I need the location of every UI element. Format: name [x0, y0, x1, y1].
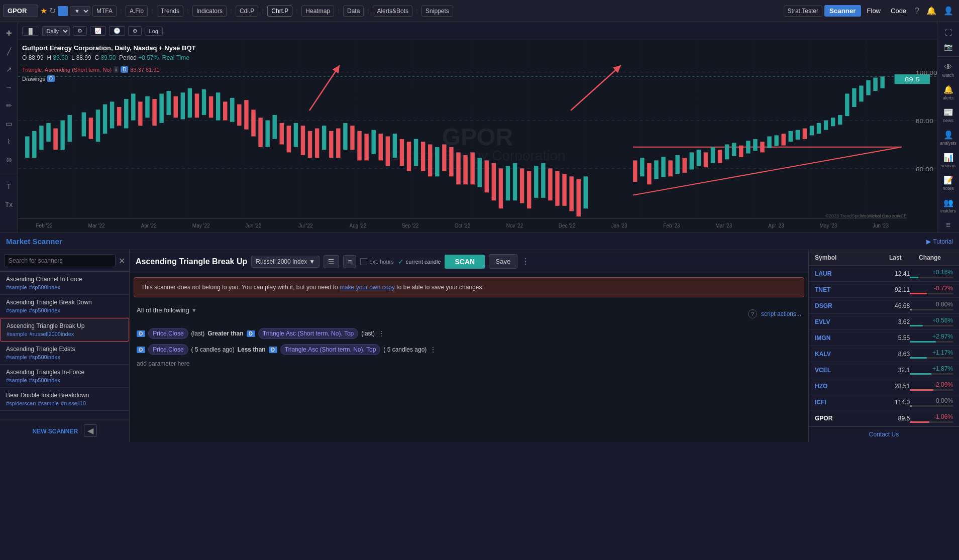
list-item[interactable]: Bear Double Inside Breakdown #spiderscan… — [0, 388, 129, 411]
trends-button[interactable]: Trends — [157, 6, 183, 17]
interval-dropdown[interactable]: Daily — [42, 26, 70, 36]
price-close-pill-1[interactable]: Price.Close — [148, 328, 188, 339]
search-clear-button[interactable]: ✕ — [119, 256, 125, 266]
all-following-dropdown[interactable]: All of the following ▾ — [137, 306, 196, 314]
favorite-button[interactable]: ★ — [40, 6, 47, 16]
tag-sample[interactable]: #sample — [6, 354, 27, 360]
result-row[interactable]: VCEL 32.1 +1.87% — [809, 362, 959, 378]
triangle-asc-pill-1[interactable]: Triangle.Asc (Short term, No), Top — [258, 328, 358, 339]
chrtp-button[interactable]: Chrt.P — [267, 6, 292, 17]
bars-button[interactable]: ▐▌ — [22, 27, 39, 36]
color-picker-button[interactable] — [58, 6, 68, 16]
data-button[interactable]: Data — [343, 6, 364, 17]
code-button[interactable]: Code — [887, 5, 910, 17]
indicator-chart-button[interactable]: 📈 — [90, 26, 106, 36]
indicators-button[interactable]: Indicators — [192, 6, 227, 17]
scanner-search-input[interactable] — [4, 254, 116, 267]
settings-button[interactable]: ⚙ — [73, 26, 87, 36]
help-button[interactable]: ? — [912, 6, 922, 17]
tag-sp500[interactable]: #sp500index — [29, 377, 60, 383]
arrow-tool[interactable]: → — [2, 80, 16, 94]
scan-button[interactable]: SCAN — [445, 255, 485, 269]
triangle-asc-pill-2[interactable]: Triangle.Asc (Short term, No), Top — [280, 344, 380, 355]
rect-tool[interactable]: ▭ — [2, 117, 16, 131]
ext-hours-checkbox[interactable] — [360, 258, 367, 265]
condition-2-menu-button[interactable]: ⋮ — [430, 346, 437, 354]
layout-button[interactable]: ☰ — [324, 255, 339, 268]
condition-1-menu-button[interactable]: ⋮ — [378, 329, 385, 338]
new-scanner-button[interactable]: NEW SCANNER — [32, 428, 78, 435]
script-actions-button[interactable]: script actions... — [761, 310, 801, 317]
list-item[interactable]: Ascending Triangle Break Down #sample #s… — [0, 295, 129, 318]
scanner-button[interactable]: Scanner — [824, 5, 861, 17]
tag-sample[interactable]: #sample — [6, 377, 27, 383]
collapse-sidebar-button[interactable]: ◀ — [84, 424, 97, 437]
more-options-button[interactable]: ⋮ — [521, 257, 529, 266]
tag-russell2000[interactable]: #russell2000index — [30, 331, 74, 337]
cdlp-button[interactable]: Cdl.P — [236, 6, 258, 17]
fullscreen-button[interactable]: ⛶ — [941, 26, 955, 39]
alerts-panel-item[interactable]: 🔔 alerts — [938, 82, 958, 103]
result-row[interactable]: IMGN 5.55 +2.97% — [809, 330, 959, 346]
result-row[interactable]: DSGR 46.68 0.00% — [809, 298, 959, 314]
clock-button[interactable]: 🕐 — [109, 26, 125, 36]
line-tool[interactable]: ╱ — [2, 44, 16, 58]
pattern-tool[interactable]: ⌇ — [2, 135, 16, 149]
pencil-tool[interactable]: ✏ — [2, 98, 16, 113]
save-button[interactable]: Save — [489, 254, 517, 269]
result-row[interactable]: TNET 92.11 -0.72% — [809, 282, 959, 298]
result-row[interactable]: ICFI 114.0 0.00% — [809, 394, 959, 410]
symbol-input[interactable]: GPOR — [3, 5, 38, 17]
list-item[interactable]: Ascending Triangle Exists #sample #sp500… — [0, 342, 129, 365]
result-row[interactable]: LAUR 12.41 +0.16% — [809, 266, 959, 282]
measure-tool[interactable]: Tx — [2, 197, 16, 211]
camera-button[interactable]: 📷 — [941, 40, 955, 53]
notes-panel-item[interactable]: 📝 notes — [938, 172, 958, 194]
tag-sp500[interactable]: #sp500index — [29, 284, 60, 290]
alertsbots-button[interactable]: Alerts&Bots — [373, 6, 412, 17]
season-panel-item[interactable]: 📊 season — [938, 150, 958, 171]
snippets-button[interactable]: Snippets — [421, 6, 453, 17]
refresh-button[interactable]: ↻ — [49, 6, 56, 16]
result-row[interactable]: EVLV 3.62 +0.56% — [809, 314, 959, 330]
tag-sample[interactable]: #sample — [7, 331, 28, 337]
filter-button[interactable]: ≡ — [343, 255, 356, 268]
result-row-gpor[interactable]: GPOR 89.5 -1.06% — [809, 410, 959, 426]
conditions-help-button[interactable]: ? — [748, 309, 757, 318]
tag-sample[interactable]: #sample — [6, 284, 27, 290]
list-item-active[interactable]: Ascending Triangle Break Up #sample #rus… — [0, 318, 129, 342]
more-panel-item[interactable]: ≡ — [938, 217, 958, 233]
add-parameter-button[interactable]: add parameter here — [137, 360, 801, 367]
tag-sample[interactable]: #sample — [38, 400, 59, 406]
tag-sp500[interactable]: #sp500index — [29, 307, 60, 313]
tag-spiderscan[interactable]: #spiderscan — [6, 400, 36, 406]
scanner-title-button[interactable]: Ascending Triangle Break Up — [136, 257, 247, 266]
tag-sample[interactable]: #sample — [6, 307, 27, 313]
tutorial-button[interactable]: ▶ Tutorial — [926, 238, 953, 245]
price-close-pill-2[interactable]: Price.Close — [148, 344, 188, 355]
contact-us-button[interactable]: Contact Us — [809, 426, 959, 442]
index-dropdown[interactable]: Russell 2000 Index ▼ — [251, 256, 319, 268]
list-item[interactable]: Ascending Channel In Force #sample #sp50… — [0, 272, 129, 295]
crosshair-button[interactable]: ⊕ — [128, 26, 142, 36]
ray-tool[interactable]: ↗ — [2, 62, 16, 76]
watch-panel-item[interactable]: 👁 watch — [938, 60, 958, 81]
chart-type-dropdown[interactable]: ▼ — [70, 6, 90, 16]
tag-russell10[interactable]: #russell10 — [61, 400, 86, 406]
strat-tester-button[interactable]: Strat.Tester — [784, 6, 822, 17]
log-button[interactable]: Log — [145, 27, 163, 36]
insiders-panel-item[interactable]: 👥 insiders — [938, 195, 958, 216]
result-row[interactable]: HZO 28.51 -2.09% — [809, 378, 959, 394]
analysts-panel-item[interactable]: 👤 analysts — [938, 127, 958, 149]
cursor-tool[interactable]: ✚ — [2, 26, 16, 40]
mtfa-button[interactable]: MTFA — [92, 6, 117, 17]
result-row[interactable]: KALV 8.63 +1.17% — [809, 346, 959, 362]
notifications-button[interactable]: 🔔 — [924, 5, 939, 17]
text-tool[interactable]: T — [2, 179, 16, 193]
heatmap-button[interactable]: Heatmap — [301, 6, 334, 17]
news-panel-item[interactable]: 📰 news — [938, 104, 958, 126]
make-copy-link[interactable]: make your own copy — [340, 284, 395, 291]
crosshair-tool[interactable]: ⊕ — [2, 153, 16, 167]
afib-button[interactable]: A.Fib — [126, 6, 148, 17]
flow-button[interactable]: Flow — [863, 5, 885, 17]
